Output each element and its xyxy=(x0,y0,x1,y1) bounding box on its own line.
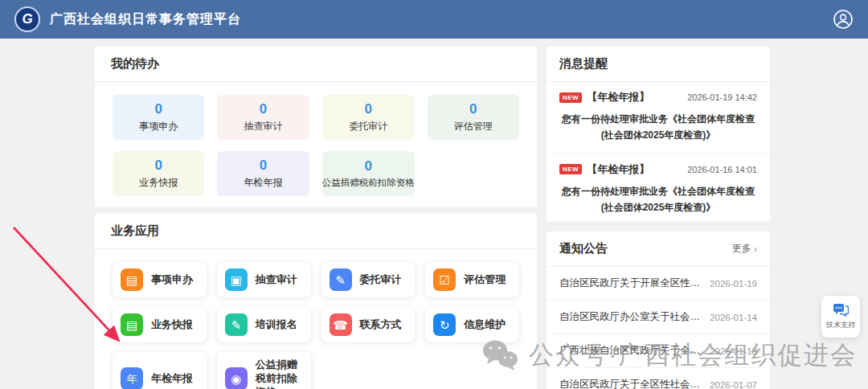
message-tag: 【年检年报】 xyxy=(587,90,649,104)
messages-panel: 消息提醒 NEW 【年检年报】 2026-01-19 14:42 您有一份待处理… xyxy=(547,47,770,222)
notices-panel: 通知公告 更多› 自治区民政厅关于开展全区性社会团体、… 2026-01-19 … xyxy=(547,231,770,389)
todo-count: 0 xyxy=(364,158,371,174)
todo-count: 0 xyxy=(260,101,267,117)
todo-label: 年检年报 xyxy=(244,176,282,190)
todo-card-spot-audit[interactable]: 0 抽查审计 xyxy=(217,95,309,140)
todo-count: 0 xyxy=(154,101,162,117)
app-button-evaluation[interactable]: ☑ 评估管理 xyxy=(425,262,519,297)
annual-report-shield-icon: 年 xyxy=(121,367,143,389)
app-label: 年检年报 xyxy=(151,372,193,386)
app-button-donation-tax[interactable]: ◉ 公益捐赠税前扣除资格 xyxy=(217,352,311,389)
message-time: 2026-01-16 14:01 xyxy=(687,165,757,174)
app-label: 联系方式 xyxy=(360,318,402,332)
notice-item[interactable]: 广西壮族自治区民政厅关于全区性社会团… 2026-01-13 xyxy=(547,334,770,368)
new-badge: NEW xyxy=(559,92,582,103)
bulletin-news-icon: ▤ xyxy=(121,313,143,336)
todo-card-entrust-audit[interactable]: 0 委托审计 xyxy=(322,95,415,140)
todo-label: 公益捐赠税前扣除资格 xyxy=(322,177,415,189)
todo-panel-header: 我的待办 xyxy=(95,47,537,82)
new-badge: NEW xyxy=(559,164,582,174)
messages-panel-header: 消息提醒 xyxy=(547,47,770,82)
notice-item[interactable]: 自治区民政厅关于开展全区性社会团体、… 2026-01-19 xyxy=(547,267,770,301)
message-time: 2026-01-19 14:42 xyxy=(687,92,757,102)
todo-grid: 0 事项申办 0 抽查审计 0 委托审计 0 评估管理 0 业务快报 0 年检年… xyxy=(95,82,537,209)
notice-title: 自治区民政厅办公室关于社会组织申报第… xyxy=(559,310,703,324)
notices-panel-header: 通知公告 更多› xyxy=(547,231,770,267)
notice-item[interactable]: 自治区民政厅关于全区性社会组织办理法… 2026-01-07 xyxy=(547,368,770,389)
platform-title: 广西社会组织日常事务管理平台 xyxy=(50,11,241,28)
notice-title: 自治区民政厅关于全区性社会组织办理法… xyxy=(559,378,703,389)
message-item[interactable]: NEW 【年检年报】 2026-01-16 14:01 您有一份待处理审批业务《… xyxy=(547,154,770,227)
notice-title: 广西壮族自治区民政厅关于全区性社会团… xyxy=(559,344,703,358)
apps-grid: ▤ 事项申办 ▣ 抽查审计 ✎ 委托审计 ☑ 评估管理 ▤ 业务快报 ✎ 培训报… xyxy=(95,249,537,389)
app-label: 公益捐赠税前扣除资格 xyxy=(256,358,303,389)
todo-label: 业务快报 xyxy=(139,176,178,190)
user-avatar-icon[interactable] xyxy=(833,9,854,30)
app-button-contact[interactable]: ☎ 联系方式 xyxy=(321,307,416,342)
chevron-right-icon: › xyxy=(754,243,757,255)
todo-panel-title: 我的待办 xyxy=(111,56,159,72)
app-button-annual-report[interactable]: 年 年检年报 xyxy=(113,352,207,389)
notice-date: 2026-01-14 xyxy=(710,313,757,322)
apps-panel: 业务应用 ▤ 事项申办 ▣ 抽查审计 ✎ 委托审计 ☑ 评估管理 ▤ 业务快报 … xyxy=(95,214,537,389)
app-label: 培训报名 xyxy=(256,318,297,332)
app-label: 评估管理 xyxy=(464,273,506,287)
app-button-entrust-audit[interactable]: ✎ 委托审计 xyxy=(321,262,416,297)
app-button-training-signup[interactable]: ✎ 培训报名 xyxy=(217,307,311,342)
tech-support-widget[interactable]: 技术支持 xyxy=(821,296,860,338)
notice-date: 2026-01-19 xyxy=(710,279,757,289)
info-maintain-refresh-icon: ↻ xyxy=(433,313,456,336)
app-label: 信息维护 xyxy=(464,318,506,332)
todo-panel: 我的待办 0 事项申办 0 抽查审计 0 委托审计 0 评估管理 0 业务快报 … xyxy=(95,47,537,207)
todo-label: 事项申办 xyxy=(139,120,178,133)
document-form-icon: ▤ xyxy=(121,268,143,291)
tech-support-label: 技术支持 xyxy=(826,320,855,330)
entrust-audit-icon: ✎ xyxy=(330,268,352,291)
message-item[interactable]: NEW 【年检年报】 2026-01-19 14:42 您有一份待处理审批业务《… xyxy=(547,82,770,154)
todo-card-bulletin[interactable]: 0 业务快报 xyxy=(113,151,204,196)
message-tag: 【年检年报】 xyxy=(587,162,649,177)
app-label: 事项申办 xyxy=(151,273,193,287)
todo-card-annual-report[interactable]: 0 年检年报 xyxy=(217,151,309,196)
apps-panel-title: 业务应用 xyxy=(111,223,159,239)
chat-bubbles-icon xyxy=(833,303,849,317)
todo-count: 0 xyxy=(364,101,371,117)
todo-count: 0 xyxy=(154,158,162,174)
app-button-bulletin[interactable]: ▤ 业务快报 xyxy=(113,307,207,342)
todo-count: 0 xyxy=(469,101,477,117)
messages-panel-title: 消息提醒 xyxy=(559,56,608,72)
todo-count: 0 xyxy=(260,158,267,174)
app-label: 委托审计 xyxy=(360,273,402,287)
platform-logo-icon: G xyxy=(14,6,40,32)
monitor-audit-icon: ▣ xyxy=(225,268,248,291)
more-link[interactable]: 更多› xyxy=(732,242,757,256)
notice-date: 2026-01-13 xyxy=(710,346,757,356)
message-body: 您有一份待处理审批业务《社会团体年度检查(社会团体2025年度检查)》 xyxy=(559,183,757,216)
todo-label: 抽查审计 xyxy=(244,120,282,133)
notice-title: 自治区民政厅关于开展全区性社会团体、… xyxy=(559,276,703,290)
apps-panel-header: 业务应用 xyxy=(95,214,537,249)
app-button-matter-apply[interactable]: ▤ 事项申办 xyxy=(113,262,207,297)
app-header: G 广西社会组织日常事务管理平台 xyxy=(0,0,868,39)
training-signup-icon: ✎ xyxy=(225,313,248,336)
app-button-spot-audit[interactable]: ▣ 抽查审计 xyxy=(217,262,311,297)
app-label: 业务快报 xyxy=(151,318,193,332)
todo-card-evaluation[interactable]: 0 评估管理 xyxy=(428,95,519,140)
todo-card-matter-apply[interactable]: 0 事项申办 xyxy=(113,95,204,140)
donation-tax-medal-icon: ◉ xyxy=(225,367,248,389)
evaluation-check-icon: ☑ xyxy=(433,268,456,291)
todo-card-donation-tax[interactable]: 0 公益捐赠税前扣除资格 xyxy=(322,151,415,196)
app-label: 抽查审计 xyxy=(256,273,297,287)
todo-label: 评估管理 xyxy=(454,120,493,133)
todo-label: 委托审计 xyxy=(349,120,387,133)
notice-item[interactable]: 自治区民政厅办公室关于社会组织申报第… 2026-01-14 xyxy=(547,301,770,334)
notices-panel-title: 通知公告 xyxy=(559,241,608,256)
app-button-info-maintain[interactable]: ↻ 信息维护 xyxy=(425,307,519,342)
contact-card-icon: ☎ xyxy=(330,313,352,336)
notice-date: 2026-01-07 xyxy=(710,380,757,389)
message-body: 您有一份待处理审批业务《社会团体年度检查(社会团体2025年度检查)》 xyxy=(559,111,757,144)
